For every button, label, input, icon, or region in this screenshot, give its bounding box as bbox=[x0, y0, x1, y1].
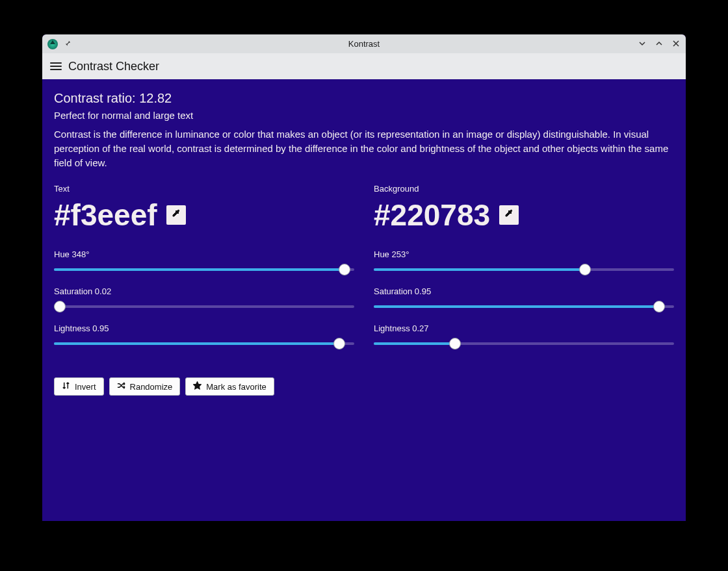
contrast-ratio: Contrast ratio: 12.82 bbox=[54, 91, 674, 106]
text-saturation-label: Saturation 0.02 bbox=[54, 286, 354, 296]
bg-hue-slider[interactable] bbox=[374, 264, 674, 275]
action-bar: Invert Randomize Mark as favorite bbox=[54, 377, 674, 396]
text-lightness-slider[interactable] bbox=[54, 338, 354, 349]
background-color-panel: Background #220783 Hue 253° bbox=[374, 184, 674, 361]
text-hue-slider[interactable] bbox=[54, 264, 354, 275]
favorite-button[interactable]: Mark as favorite bbox=[185, 377, 274, 396]
text-hue-label: Hue 348° bbox=[54, 249, 354, 259]
invert-button[interactable]: Invert bbox=[54, 377, 104, 396]
text-hue-group: Hue 348° bbox=[54, 249, 354, 275]
text-saturation-group: Saturation 0.02 bbox=[54, 286, 354, 312]
text-color-hex[interactable]: #f3eeef bbox=[54, 197, 157, 233]
bg-saturation-label: Saturation 0.95 bbox=[374, 286, 674, 296]
background-color-hex[interactable]: #220783 bbox=[374, 197, 490, 233]
contrast-verdict: Perfect for normal and large text bbox=[54, 110, 674, 121]
invert-label: Invert bbox=[75, 382, 96, 392]
minimize-icon[interactable] bbox=[638, 38, 647, 50]
background-color-picker-button[interactable] bbox=[499, 205, 519, 225]
toolbar: Contrast Checker bbox=[42, 53, 686, 79]
eyedropper-icon bbox=[504, 209, 514, 222]
content-area: Contrast ratio: 12.82 Perfect for normal… bbox=[42, 79, 686, 521]
bg-saturation-group: Saturation 0.95 bbox=[374, 286, 674, 312]
contrast-ratio-value: 12.82 bbox=[139, 91, 172, 105]
favorite-label: Mark as favorite bbox=[206, 382, 266, 392]
maximize-icon[interactable] bbox=[655, 38, 664, 50]
close-icon[interactable] bbox=[671, 38, 681, 50]
bg-saturation-slider[interactable] bbox=[374, 301, 674, 312]
titlebar[interactable]: Kontrast bbox=[42, 34, 686, 53]
contrast-ratio-label: Contrast ratio: bbox=[54, 91, 139, 105]
star-icon bbox=[193, 381, 202, 392]
pin-icon[interactable] bbox=[63, 39, 71, 49]
bg-hue-label: Hue 253° bbox=[374, 249, 674, 259]
text-color-picker-button[interactable] bbox=[166, 205, 186, 225]
app-window: Kontrast Contrast Checker Contrast ratio… bbox=[42, 34, 686, 521]
shuffle-icon bbox=[117, 381, 125, 392]
window-title: Kontrast bbox=[42, 39, 686, 49]
text-lightness-label: Lightness 0.95 bbox=[54, 324, 354, 333]
eyedropper-icon bbox=[171, 209, 181, 222]
randomize-button[interactable]: Randomize bbox=[109, 377, 181, 396]
page-title: Contrast Checker bbox=[68, 60, 159, 73]
bg-hue-group: Hue 253° bbox=[374, 249, 674, 275]
background-color-label: Background bbox=[374, 184, 674, 194]
bg-lightness-label: Lightness 0.27 bbox=[374, 324, 674, 333]
text-lightness-group: Lightness 0.95 bbox=[54, 324, 354, 349]
app-icon bbox=[47, 39, 58, 49]
contrast-description: Contrast is the difference in luminance … bbox=[54, 127, 674, 170]
bg-lightness-slider[interactable] bbox=[374, 338, 674, 349]
text-saturation-slider[interactable] bbox=[54, 301, 354, 312]
randomize-label: Randomize bbox=[130, 382, 173, 392]
text-color-panel: Text #f3eeef Hue 348° Satu bbox=[54, 184, 354, 361]
text-color-label: Text bbox=[54, 184, 354, 194]
swap-icon bbox=[62, 381, 70, 392]
bg-lightness-group: Lightness 0.27 bbox=[374, 324, 674, 349]
menu-icon[interactable] bbox=[50, 62, 62, 70]
